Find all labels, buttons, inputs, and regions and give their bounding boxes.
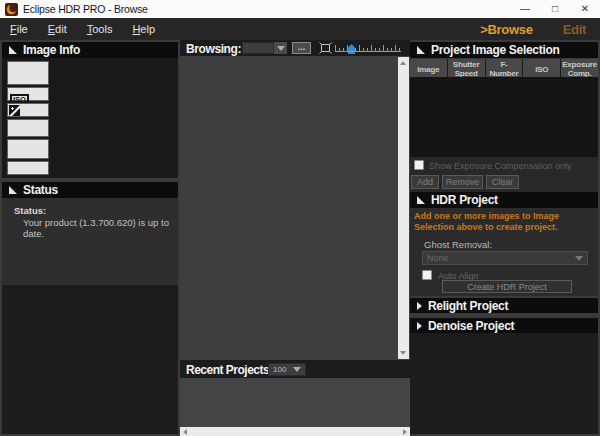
ghost-removal-label: Ghost Removal:	[424, 239, 492, 250]
auto-align-checkbox[interactable]	[422, 270, 432, 280]
scroll-up-icon[interactable]	[400, 61, 406, 65]
menu-file[interactable]: File	[0, 20, 38, 38]
maximize-icon[interactable]: □	[540, 0, 570, 18]
hdr-project-panel: Add one or more images to Image Selectio…	[410, 208, 598, 296]
recent-projects-label: Recent Projects:	[186, 363, 273, 377]
hdr-warning-message: Add one or more images to Image Selectio…	[414, 211, 596, 234]
collapse-triangle-icon	[417, 302, 422, 310]
chevron-down-icon	[277, 46, 285, 51]
menu-edit[interactable]: Edit	[38, 20, 77, 38]
status-panel: Status: Your product (1.3.700.620) is up…	[2, 198, 178, 285]
slider-ticks	[335, 48, 401, 52]
browsing-toolbar: Browsing: ...	[180, 40, 410, 56]
edit-mode-tab[interactable]: Edit	[563, 22, 586, 37]
browse-folder-button[interactable]: ...	[292, 42, 311, 54]
chevron-down-icon	[575, 256, 583, 261]
browse-mode-tab[interactable]: >Browse	[476, 22, 536, 37]
iso-field-cell: ISO	[7, 87, 49, 101]
recent-projects-toolbar: Recent Projects: 100	[180, 360, 410, 378]
add-button[interactable]: Add	[411, 175, 439, 189]
expand-triangle-icon	[9, 46, 17, 54]
project-image-selection-header[interactable]: Project Image Selection	[410, 42, 598, 58]
image-info-panel: ISO	[2, 58, 178, 178]
image-info-fields: ISO	[7, 61, 49, 177]
titlebar: Eclipse HDR PRO - Browse — □ ✕	[0, 0, 600, 18]
expand-triangle-icon	[417, 196, 425, 204]
browse-scrollbar-vertical[interactable]	[398, 57, 409, 359]
recent-scrollbar-horizontal[interactable]	[180, 427, 410, 436]
relight-project-section-header[interactable]: Relight Project	[410, 298, 598, 313]
thumbnail-size-icon	[319, 42, 332, 54]
exposure-comp-field-cell	[7, 103, 49, 117]
expand-triangle-icon	[9, 186, 17, 194]
menubar: File Edit Tools Help >Browse Edit	[0, 18, 600, 40]
expand-triangle-icon	[417, 46, 425, 54]
image-info-title: Image Info	[23, 43, 80, 57]
ghost-removal-value: None	[427, 253, 449, 263]
exposure-compensation-icon	[9, 105, 20, 116]
window-title: Eclipse HDR PRO - Browse	[23, 3, 148, 15]
remove-button[interactable]: Remove	[442, 175, 483, 189]
chevron-down-icon	[293, 367, 301, 372]
browse-thumbnails-area[interactable]	[180, 56, 410, 360]
relight-project-title: Relight Project	[428, 299, 508, 313]
image-table-body[interactable]	[410, 77, 598, 157]
hdr-project-section-header[interactable]: HDR Project	[410, 192, 598, 208]
info-field-cell	[7, 161, 49, 175]
thumbnail-preview-cell	[7, 61, 49, 85]
status-section-header[interactable]: Status	[2, 182, 178, 198]
denoise-project-title: Denoise Project	[428, 319, 514, 333]
browsing-dropdown-button[interactable]	[274, 42, 287, 54]
thumbnail-size-slider[interactable]	[335, 42, 401, 54]
image-info-section-header[interactable]: Image Info	[2, 42, 178, 58]
menu-tools[interactable]: Tools	[77, 20, 123, 38]
menu-help[interactable]: Help	[122, 20, 165, 38]
project-image-selection-title: Project Image Selection	[431, 43, 559, 57]
collapse-triangle-icon	[417, 322, 422, 330]
left-panel-fill	[2, 285, 178, 434]
status-label: Status:	[14, 205, 46, 216]
denoise-project-section-header[interactable]: Denoise Project	[410, 318, 598, 333]
ghost-removal-dropdown[interactable]: None	[422, 251, 588, 265]
scroll-left-icon[interactable]	[183, 429, 187, 435]
scroll-right-icon[interactable]	[403, 429, 407, 435]
minimize-icon[interactable]: —	[510, 0, 540, 18]
info-field-cell	[7, 139, 49, 159]
selection-options: Show Exposure Compensation only Add Remo…	[410, 157, 598, 192]
clear-button[interactable]: Clear	[486, 175, 519, 189]
scroll-down-icon[interactable]	[400, 351, 406, 355]
show-exposure-label: Show Exposure Compensation only	[429, 161, 572, 171]
right-panel-fill	[410, 333, 598, 434]
image-table-header: Image Shutter Speed F-Number ISO Exposur…	[410, 59, 598, 77]
create-hdr-project-button[interactable]: Create HDR Project	[442, 280, 572, 293]
browsing-label: Browsing:	[186, 42, 241, 56]
info-field-cell	[7, 119, 49, 137]
recent-projects-area[interactable]	[180, 378, 410, 427]
status-title: Status	[23, 183, 58, 197]
app-window: Eclipse HDR PRO - Browse — □ ✕ File Edit…	[0, 0, 600, 436]
app-logo-icon	[5, 3, 18, 16]
show-exposure-checkbox[interactable]	[414, 160, 424, 170]
main-area: Image Info ISO	[0, 40, 600, 436]
hdr-project-title: HDR Project	[431, 193, 498, 207]
status-message: Your product (1.3.700.620) is up to date…	[23, 217, 178, 239]
browsing-folder-dropdown[interactable]	[242, 42, 274, 54]
close-icon[interactable]: ✕	[570, 0, 600, 18]
